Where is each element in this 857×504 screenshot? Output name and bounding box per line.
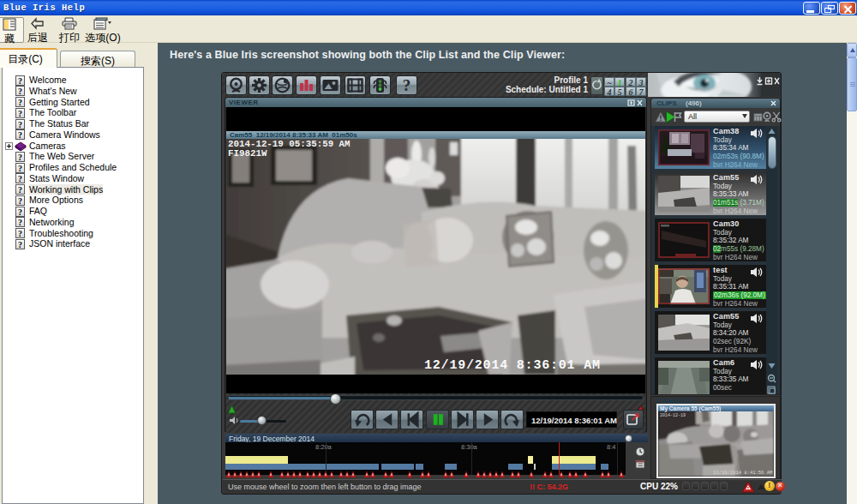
svg-text:?: ? [403, 76, 411, 94]
svg-text:12/19/2014 8:41:56 AM: 12/19/2014 8:41:56 AM [713, 470, 772, 476]
svg-text:12/19/2014 8:36:01 AM: 12/19/2014 8:36:01 AM [424, 358, 601, 373]
